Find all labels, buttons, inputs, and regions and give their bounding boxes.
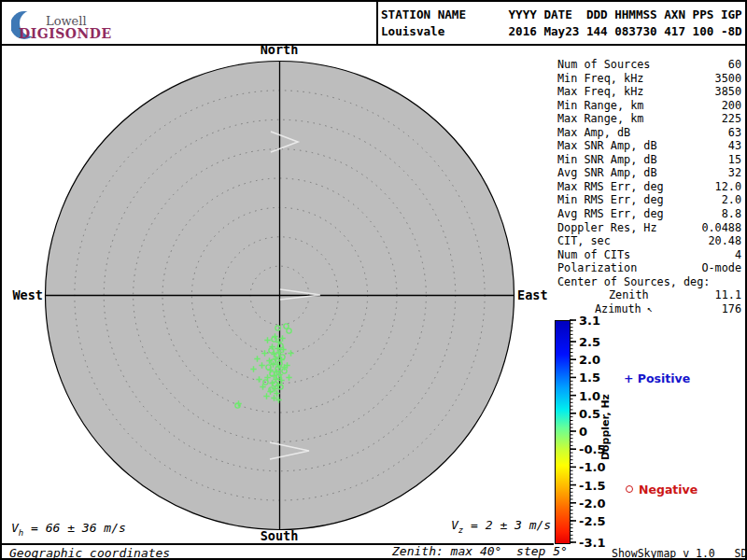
compass-north-label: North	[242, 42, 317, 57]
info-value: 3500	[715, 72, 741, 86]
header-divider	[376, 2, 378, 44]
info-row: Max Amp, dB63	[557, 126, 741, 140]
info-value: 2.0	[722, 193, 741, 207]
zenith-ring	[250, 266, 309, 325]
source-plus-marker	[276, 349, 282, 355]
zenith-ring	[134, 149, 427, 442]
source-ring-marker	[272, 337, 276, 342]
source-ring-marker	[275, 367, 280, 371]
source-ring-marker	[278, 343, 283, 348]
chevron-arrow-icon	[280, 289, 320, 300]
colorbar-tick-label: 0	[579, 425, 587, 439]
source-plus-marker	[272, 385, 277, 391]
info-row: Num of CITs4	[557, 248, 741, 262]
source-plus-marker	[275, 382, 281, 387]
ring-marker-icon	[626, 485, 633, 493]
source-plus-marker	[271, 351, 276, 357]
source-ring-marker	[271, 359, 275, 364]
software-version-label: ShowSkymap v 1.0 SD v 5.1	[612, 547, 747, 560]
info-value: 0.0488	[701, 221, 741, 235]
source-plus-marker	[269, 343, 275, 349]
source-ring-marker	[282, 369, 287, 373]
info-row: Min Range, km200	[557, 99, 741, 113]
source-ring-marker	[275, 326, 280, 330]
info-row: Num of Sources60	[557, 58, 741, 72]
info-value: 200	[722, 99, 741, 113]
logo-digisonde-text: DIGISONDE	[19, 26, 112, 41]
source-ring-marker	[277, 361, 282, 366]
compass-south-label: South	[242, 528, 317, 543]
vh-var: V	[11, 521, 19, 535]
source-ring-marker	[284, 324, 289, 329]
info-label: Avg SNR Amp, dB	[557, 166, 657, 180]
colorbar-ticks	[570, 319, 579, 545]
info-label: CIT, sec	[557, 234, 611, 248]
info-value: 176	[722, 302, 741, 316]
zenith-ring	[191, 207, 367, 383]
chevron-arrow-icon	[270, 442, 309, 459]
info-row: Max SNR Amp, dB43	[557, 139, 741, 153]
colorbar-tick-label: -1.5	[579, 479, 605, 493]
info-value: 63	[728, 126, 741, 140]
source-plus-marker	[261, 350, 267, 356]
info-value: 15	[728, 153, 741, 167]
source-plus-marker	[278, 377, 284, 383]
colorbar-tick-label: 2.0	[579, 353, 600, 367]
info-row: Max Range, km225	[557, 112, 741, 126]
source-plus-marker	[259, 362, 264, 368]
station-header-columns: STATION NAME YYYY DATE DDD HHMMSS AXN PP…	[381, 7, 742, 21]
zenith-ring	[221, 237, 339, 355]
info-label: Center of Sources, deg:	[557, 275, 710, 289]
info-value: 12.0	[715, 180, 741, 194]
info-label: Doppler Res, Hz	[557, 221, 657, 235]
zenith-ring	[162, 178, 397, 413]
station-header-values: Louisvale 2016 May23 144 083730 417 100 …	[381, 24, 742, 38]
source-ring-marker	[263, 380, 268, 385]
source-plus-marker	[263, 393, 269, 399]
info-label: Zenith	[557, 288, 649, 302]
info-value: 4	[735, 248, 741, 262]
source-plus-marker	[235, 400, 241, 406]
info-value: 32	[728, 166, 741, 180]
info-value: O-mode	[701, 261, 741, 275]
info-row: Min SNR Amp, dB15	[557, 153, 741, 167]
colorbar-tick-label: -2.5	[579, 514, 605, 528]
source-plus-marker	[286, 374, 291, 380]
plus-marker-icon: +	[624, 371, 633, 385]
source-plus-marker	[273, 376, 278, 382]
info-row: Max RMS Err, deg12.0	[557, 180, 741, 194]
scatter-points	[235, 324, 294, 408]
colorbar-tick-label: 0.5	[579, 407, 600, 421]
info-row: Min Freq, kHz3500	[557, 72, 741, 86]
source-plus-marker	[271, 395, 276, 400]
skymap-disc	[46, 62, 514, 530]
source-ring-marker	[276, 374, 281, 379]
colorbar-tick-label: -2.0	[579, 497, 605, 511]
source-ring-marker	[275, 353, 279, 357]
colorbar-tick-label: 1.5	[579, 371, 600, 385]
source-plus-marker	[278, 357, 284, 362]
legend-positive-label: Positive	[638, 371, 690, 385]
source-plus-marker	[272, 333, 277, 339]
source-plus-marker	[269, 380, 275, 385]
colorbar-tick-label: -3.1	[579, 536, 605, 550]
info-row: CIT, sec20.48	[557, 234, 741, 248]
info-label: Min Freq, kHz	[557, 72, 643, 86]
info-label: Max Amp, dB	[557, 126, 630, 140]
source-plus-marker	[273, 356, 278, 361]
info-row: PolarizationO-mode	[557, 261, 741, 275]
info-value: 225	[722, 112, 741, 126]
info-row: Avg RMS Err, deg8.8	[557, 207, 741, 221]
info-label: Avg RMS Err, deg	[557, 207, 664, 221]
source-plus-marker	[264, 374, 270, 380]
source-plus-marker	[284, 362, 289, 368]
legend-positive: + Positive	[624, 371, 690, 385]
source-plus-marker	[275, 363, 281, 369]
chevron-arrow-icon	[271, 132, 298, 152]
colorbar-tick-label: -0.5	[579, 442, 605, 456]
source-plus-marker	[280, 346, 286, 352]
horizontal-velocity-readout: Vh = 66 ± 36 m/s	[11, 521, 126, 538]
source-plus-marker	[274, 369, 279, 374]
info-label: Min SNR Amp, dB	[557, 153, 657, 167]
vertical-velocity-readout: Vz = 2 ± 3 m/s	[451, 518, 551, 535]
